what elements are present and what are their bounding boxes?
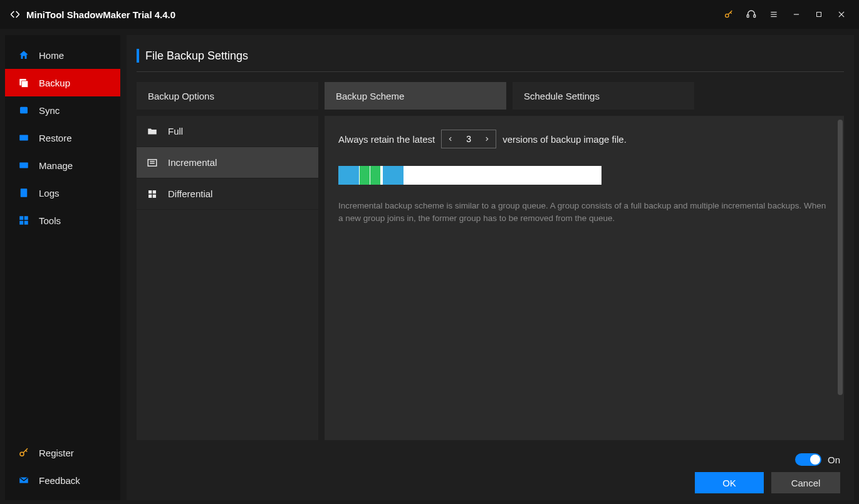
svg-rect-16 bbox=[19, 216, 23, 220]
svg-rect-7 bbox=[817, 13, 821, 17]
version-stepper[interactable]: 3 bbox=[441, 130, 496, 148]
svg-rect-14 bbox=[19, 163, 28, 168]
register-key-icon bbox=[18, 446, 30, 459]
sidebar-item-label: Register bbox=[39, 448, 74, 458]
app-title: MiniTool ShadowMaker Trial 4.4.0 bbox=[26, 9, 175, 20]
sidebar-item-label: Tools bbox=[39, 215, 61, 226]
tab-backup-scheme[interactable]: Backup Scheme bbox=[325, 82, 506, 110]
scrollbar-thumb[interactable] bbox=[838, 120, 843, 395]
scheme-item-full[interactable]: Full bbox=[137, 116, 318, 147]
sidebar-item-tools[interactable]: Tools bbox=[5, 207, 120, 234]
block-full bbox=[338, 166, 359, 185]
svg-rect-27 bbox=[148, 194, 152, 197]
svg-rect-1 bbox=[747, 15, 749, 18]
svg-rect-15 bbox=[21, 188, 28, 197]
manage-icon bbox=[18, 159, 30, 172]
scheme-item-label: Incremental bbox=[168, 157, 217, 168]
chevron-right-icon[interactable] bbox=[483, 136, 491, 142]
list-icon bbox=[147, 157, 158, 168]
sidebar-item-feedback[interactable]: Feedback bbox=[5, 466, 120, 494]
chevron-left-icon[interactable] bbox=[447, 136, 454, 142]
close-icon[interactable] bbox=[830, 0, 853, 29]
sidebar-item-label: Feedback bbox=[39, 475, 80, 486]
scheme-list: Full Incremental Differential bbox=[137, 116, 318, 440]
block-incremental bbox=[370, 166, 380, 185]
sidebar-item-label: Manage bbox=[39, 160, 73, 171]
grid-icon bbox=[147, 188, 158, 200]
app-logo-icon bbox=[9, 8, 21, 21]
block-incremental bbox=[359, 166, 370, 185]
detail-panel: Always retain the latest 3 versions of b… bbox=[325, 116, 844, 440]
scheme-item-differential[interactable]: Differential bbox=[137, 178, 318, 210]
key-icon[interactable] bbox=[717, 0, 740, 29]
menu-icon[interactable] bbox=[763, 0, 785, 29]
svg-rect-18 bbox=[19, 221, 23, 225]
maximize-icon[interactable] bbox=[808, 0, 830, 29]
scheme-toggle[interactable] bbox=[795, 453, 821, 466]
titlebar: MiniTool ShadowMaker Trial 4.4.0 bbox=[0, 0, 859, 29]
retain-suffix: versions of backup image file. bbox=[502, 134, 627, 145]
sidebar-item-manage[interactable]: Manage bbox=[5, 152, 120, 179]
logs-icon bbox=[18, 187, 30, 199]
sidebar: Home Backup Sync Restore Manage Logs bbox=[5, 35, 120, 500]
tabs-row: Backup Options Backup Scheme Schedule Se… bbox=[127, 72, 854, 110]
sidebar-item-label: Restore bbox=[39, 133, 72, 143]
scheme-item-label: Differential bbox=[168, 188, 212, 199]
tools-icon bbox=[18, 214, 30, 227]
toggle-label: On bbox=[828, 455, 840, 465]
svg-rect-11 bbox=[21, 81, 28, 88]
scheme-description: Incremental backup scheme is similar to … bbox=[338, 200, 827, 225]
home-icon bbox=[18, 49, 30, 61]
mail-icon bbox=[18, 474, 30, 486]
version-value: 3 bbox=[466, 134, 471, 144]
folder-icon bbox=[147, 126, 158, 137]
page-title: File Backup Settings bbox=[145, 49, 248, 63]
sidebar-item-backup[interactable]: Backup bbox=[5, 69, 120, 96]
svg-point-0 bbox=[726, 14, 729, 17]
sidebar-item-sync[interactable]: Sync bbox=[5, 96, 120, 124]
minimize-icon[interactable] bbox=[785, 0, 808, 29]
scheme-item-label: Full bbox=[168, 126, 183, 136]
svg-rect-19 bbox=[24, 221, 28, 225]
footer: On OK Cancel bbox=[127, 450, 854, 500]
ok-button[interactable]: OK bbox=[695, 472, 764, 493]
svg-rect-28 bbox=[153, 194, 156, 197]
backup-blocks-diagram bbox=[338, 166, 601, 185]
sync-icon bbox=[18, 104, 30, 116]
retain-row: Always retain the latest 3 versions of b… bbox=[338, 130, 830, 148]
sidebar-item-label: Home bbox=[39, 50, 64, 61]
restore-icon bbox=[18, 131, 30, 144]
retain-prefix: Always retain the latest bbox=[338, 134, 435, 145]
svg-rect-13 bbox=[19, 135, 28, 141]
block-full bbox=[383, 166, 403, 185]
svg-point-20 bbox=[20, 452, 24, 456]
sidebar-item-label: Logs bbox=[39, 188, 60, 198]
sidebar-item-logs[interactable]: Logs bbox=[5, 179, 120, 207]
tab-backup-options[interactable]: Backup Options bbox=[137, 82, 318, 110]
support-icon[interactable] bbox=[740, 0, 763, 29]
sidebar-item-label: Sync bbox=[39, 105, 60, 116]
tab-schedule-settings[interactable]: Schedule Settings bbox=[513, 82, 694, 110]
svg-rect-26 bbox=[153, 190, 156, 193]
svg-rect-17 bbox=[24, 216, 28, 220]
sidebar-item-register[interactable]: Register bbox=[5, 439, 120, 466]
backup-icon bbox=[18, 76, 30, 89]
scheme-item-incremental[interactable]: Incremental bbox=[137, 147, 318, 178]
svg-rect-25 bbox=[148, 190, 152, 193]
svg-rect-2 bbox=[754, 15, 756, 18]
cancel-button[interactable]: Cancel bbox=[771, 472, 840, 493]
sidebar-item-restore[interactable]: Restore bbox=[5, 124, 120, 152]
sidebar-item-home[interactable]: Home bbox=[5, 41, 120, 69]
svg-rect-12 bbox=[20, 107, 28, 114]
sidebar-item-label: Backup bbox=[39, 78, 70, 88]
content-area: File Backup Settings Backup Options Back… bbox=[127, 35, 854, 500]
